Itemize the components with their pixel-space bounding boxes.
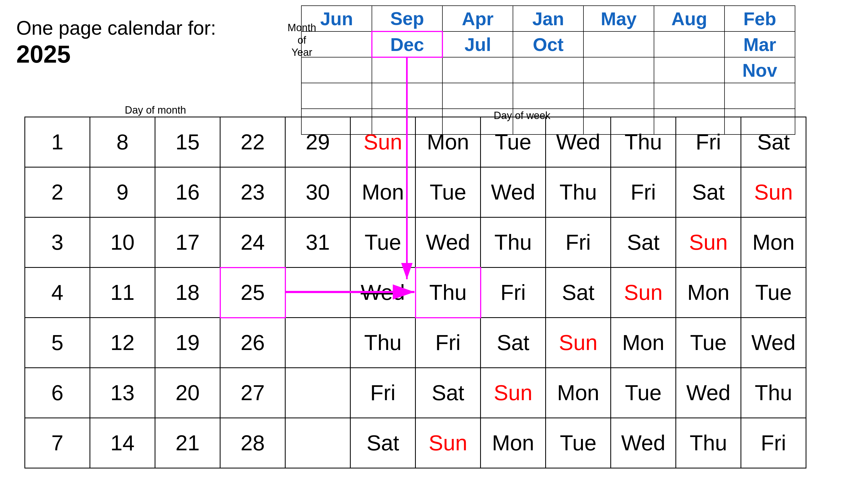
day-11: 11 (90, 268, 155, 318)
dow-tue-r6: Tue (611, 368, 676, 418)
day-empty-r6 (285, 368, 350, 418)
day-12: 12 (90, 318, 155, 368)
day-17: 17 (155, 218, 220, 268)
dow-mon-r4: Mon (676, 268, 741, 318)
dow-fri-r7: Fri (741, 418, 806, 468)
dow-wed-r7: Wed (611, 418, 676, 468)
dow-wed-r6: Wed (676, 368, 741, 418)
month-may: May (584, 6, 654, 31)
day-empty-r7 (285, 418, 350, 468)
dow-mon-r5: Mon (611, 318, 676, 368)
dow-tue-r4: Tue (741, 268, 806, 318)
dow-sun-r2: Sun (741, 167, 806, 218)
dow-thu-r6: Thu (741, 368, 806, 418)
dow-sun-r6: Sun (480, 368, 546, 418)
day-18: 18 (155, 268, 220, 318)
day-empty-r4 (285, 268, 350, 318)
month-empty-10 (301, 83, 372, 109)
dow-thu-r5: Thu (350, 318, 415, 368)
page-title: One page calendar for: 2025 (16, 16, 216, 69)
month-empty-4 (301, 57, 372, 83)
day-13: 13 (90, 368, 155, 418)
day-23: 23 (220, 167, 285, 218)
dow-tue-r5: Tue (676, 318, 741, 368)
month-feb: Feb (724, 6, 795, 31)
dow-fri-r5: Fri (415, 318, 480, 368)
dow-tue-r2: Tue (415, 167, 480, 218)
month-empty-5 (372, 57, 442, 83)
month-empty-15 (654, 83, 724, 109)
dow-thu-r3: Thu (480, 218, 546, 268)
dow-wed-r4: Wed (350, 268, 415, 318)
month-jun: Jun (301, 6, 372, 31)
dow-tue-r3: Tue (350, 218, 415, 268)
dow-wed-r1: Wed (546, 117, 611, 167)
month-empty-1 (301, 31, 372, 57)
dow-thu-r1: Thu (611, 117, 676, 167)
day-31: 31 (285, 218, 350, 268)
day-27: 27 (220, 368, 285, 418)
dow-sun-r3: Sun (676, 218, 741, 268)
dow-sat-r3: Sat (611, 218, 676, 268)
day-empty-r5 (285, 318, 350, 368)
dow-sun-r1: Sun (350, 117, 415, 167)
dow-sun-r7: Sun (415, 418, 480, 468)
dow-fri-r6: Fri (350, 368, 415, 418)
month-header-table: Jun Sep Apr Jan May Aug Feb Dec Jul Oct … (301, 5, 795, 135)
month-empty-9 (654, 57, 724, 83)
day-6: 6 (25, 368, 90, 418)
day-7: 7 (25, 418, 90, 468)
dow-fri-r3: Fri (546, 218, 611, 268)
dow-thu-r4: Thu (415, 268, 480, 318)
dow-wed-r2: Wed (480, 167, 546, 218)
dow-thu-r2: Thu (546, 167, 611, 218)
day-of-month-label: Day of month (125, 104, 186, 116)
month-empty-12 (442, 83, 513, 109)
dow-sat-r5: Sat (480, 318, 546, 368)
month-sep: Sep (372, 6, 442, 31)
dow-tue-r1: Tue (480, 117, 546, 167)
day-8: 8 (90, 117, 155, 167)
dow-tue-r7: Tue (546, 418, 611, 468)
title-line1: One page calendar for: (16, 17, 216, 39)
day-29: 29 (285, 117, 350, 167)
day-2: 2 (25, 167, 90, 218)
day-28: 28 (220, 418, 285, 468)
month-empty-14 (584, 83, 654, 109)
month-jan: Jan (513, 6, 584, 31)
month-nov: Nov (724, 57, 795, 83)
month-empty-8 (584, 57, 654, 83)
dow-mon-r3: Mon (741, 218, 806, 268)
month-empty-16 (724, 83, 795, 109)
day-20: 20 (155, 368, 220, 418)
month-empty-13 (513, 83, 584, 109)
dow-sat-r2: Sat (676, 167, 741, 218)
day-3: 3 (25, 218, 90, 268)
dow-sun-r5: Sun (546, 318, 611, 368)
month-apr: Apr (442, 6, 513, 31)
month-oct: Oct (513, 31, 584, 57)
day-4: 4 (25, 268, 90, 318)
month-empty-6 (442, 57, 513, 83)
day-30: 30 (285, 167, 350, 218)
main-calendar-table: 1 8 15 22 29 Sun Mon Tue Wed Thu Fri Sat… (24, 117, 806, 468)
month-empty-3 (654, 31, 724, 57)
dow-mon-r6: Mon (546, 368, 611, 418)
day-22: 22 (220, 117, 285, 167)
dow-wed-r3: Wed (415, 218, 480, 268)
day-9: 9 (90, 167, 155, 218)
dow-fri-r1: Fri (676, 117, 741, 167)
day-21: 21 (155, 418, 220, 468)
month-empty-7 (513, 57, 584, 83)
month-aug: Aug (654, 6, 724, 31)
month-dec: Dec (372, 31, 442, 57)
dow-mon-r7: Mon (480, 418, 546, 468)
dow-fri-r2: Fri (611, 167, 676, 218)
title-year: 2025 (16, 40, 216, 69)
dow-sat-r4: Sat (546, 268, 611, 318)
month-mar: Mar (724, 31, 795, 57)
day-16: 16 (155, 167, 220, 218)
day-26: 26 (220, 318, 285, 368)
day-19: 19 (155, 318, 220, 368)
dow-thu-r7: Thu (676, 418, 741, 468)
